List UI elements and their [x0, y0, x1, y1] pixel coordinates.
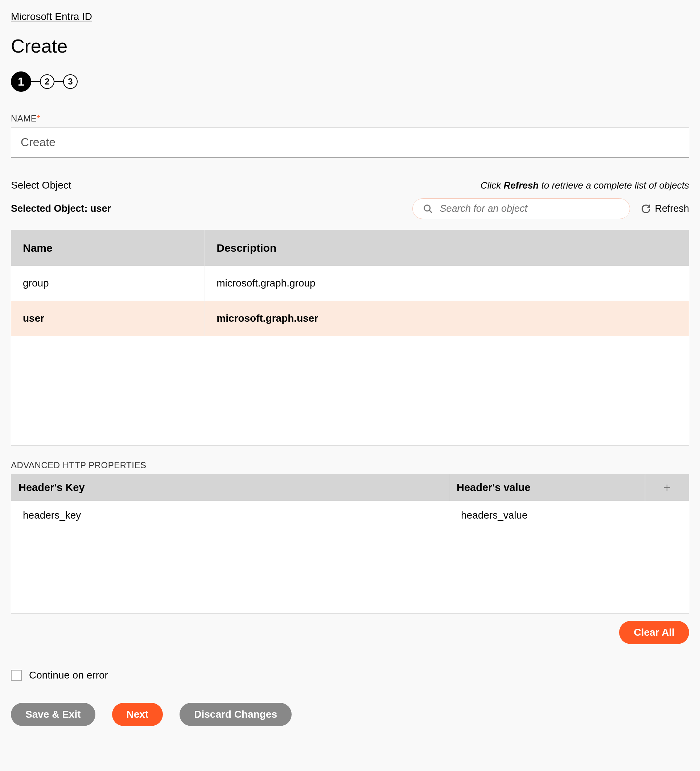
step-1[interactable]: 1: [11, 72, 31, 92]
name-input[interactable]: [11, 127, 689, 158]
page-title: Create: [11, 35, 689, 57]
http-section-label: ADVANCED HTTP PROPERTIES: [11, 460, 689, 470]
object-table-header: Name Description: [11, 230, 689, 266]
col-header-key: Header's Key: [11, 474, 449, 501]
add-header-button[interactable]: [645, 474, 689, 501]
cell-name: user: [11, 301, 205, 336]
step-connector: [31, 81, 40, 82]
continue-on-error-checkbox[interactable]: [11, 670, 22, 681]
col-header-description: Description: [205, 230, 689, 266]
footer-actions: Save & Exit Next Discard Changes: [11, 703, 689, 726]
save-exit-button[interactable]: Save & Exit: [11, 703, 95, 726]
step-3[interactable]: 3: [63, 74, 78, 89]
cell-actions: [645, 501, 689, 530]
step-connector: [54, 81, 63, 82]
svg-line-1: [430, 210, 432, 213]
refresh-hint: Click Refresh to retrieve a complete lis…: [480, 180, 689, 191]
cell-header-value: headers_value: [449, 501, 645, 530]
name-field-label: NAME*: [11, 114, 689, 124]
next-button[interactable]: Next: [112, 703, 163, 726]
object-table-body: groupmicrosoft.graph.groupusermicrosoft.…: [11, 266, 689, 445]
cell-description: microsoft.graph.group: [205, 266, 689, 301]
breadcrumb-link[interactable]: Microsoft Entra ID: [11, 11, 689, 23]
hint-bold: Refresh: [503, 180, 539, 191]
search-input[interactable]: [440, 203, 620, 214]
discard-changes-button[interactable]: Discard Changes: [179, 703, 291, 726]
refresh-button[interactable]: Refresh: [641, 203, 689, 214]
cell-header-key: headers_key: [11, 501, 449, 530]
http-table-body: headers_keyheaders_value: [11, 501, 689, 613]
continue-on-error-label: Continue on error: [29, 669, 108, 681]
plus-icon: [662, 483, 672, 493]
cell-name: group: [11, 266, 205, 301]
col-header-value: Header's value: [449, 474, 645, 501]
required-asterisk: *: [37, 114, 40, 123]
svg-point-0: [424, 205, 430, 211]
refresh-label: Refresh: [654, 203, 689, 214]
search-icon: [423, 204, 433, 214]
hint-suffix: to retrieve a complete list of objects: [539, 180, 689, 191]
http-table-header: Header's Key Header's value: [11, 474, 689, 501]
selected-value: user: [90, 203, 111, 214]
search-field[interactable]: [412, 198, 630, 219]
select-object-label: Select Object: [11, 179, 72, 191]
refresh-icon: [641, 204, 651, 214]
http-row[interactable]: headers_keyheaders_value: [11, 501, 689, 530]
selected-object-label: Selected Object: user: [11, 203, 402, 214]
col-header-name: Name: [11, 230, 205, 266]
object-table: Name Description groupmicrosoft.graph.gr…: [11, 230, 689, 446]
table-row[interactable]: usermicrosoft.graph.user: [11, 301, 689, 336]
name-label-text: NAME: [11, 114, 37, 123]
hint-prefix: Click: [480, 180, 504, 191]
http-table: Header's Key Header's value headers_keyh…: [11, 474, 689, 613]
selected-prefix: Selected Object:: [11, 203, 90, 214]
table-row[interactable]: groupmicrosoft.graph.group: [11, 266, 689, 301]
clear-all-button[interactable]: Clear All: [619, 621, 689, 644]
cell-description: microsoft.graph.user: [205, 301, 689, 336]
stepper: 1 2 3: [11, 72, 689, 92]
step-2[interactable]: 2: [40, 74, 54, 89]
